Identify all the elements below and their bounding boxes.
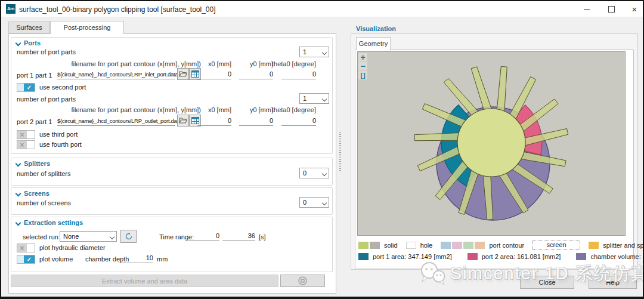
legend-label: port 1 area: 347.149 [mm2] [373, 253, 452, 260]
time-to-input[interactable]: 36 [222, 232, 255, 241]
legend-color-swatch [452, 242, 462, 249]
splitters-count-select[interactable]: 0 [299, 168, 329, 178]
x-icon [17, 131, 27, 138]
x-icon [17, 141, 27, 149]
port1-theta0-input[interactable]: 0 [281, 70, 316, 79]
open-folder-icon [179, 70, 187, 78]
legend-label: port contour [489, 242, 524, 249]
check-icon [24, 84, 35, 91]
maximize-button[interactable] [602, 4, 620, 15]
legend-item: hole [406, 242, 433, 249]
port2-theta0-input[interactable]: 0 [281, 116, 316, 126]
legend-color-swatch [358, 242, 369, 249]
number-of-screens-label: number of screens [17, 199, 71, 206]
plot-volume-label: plot volume [39, 255, 73, 263]
port2-browse-file-button[interactable] [177, 115, 189, 127]
use-third-port-checkbox[interactable] [17, 130, 35, 139]
legend-item: chamber volume: 27285.560 [mm3] [576, 253, 644, 260]
legend-color-swatch [589, 242, 599, 249]
minimize-button[interactable] [578, 4, 596, 15]
port1-parts-count-select[interactable]: 1 [299, 47, 329, 57]
selected-run-label: selected run [23, 233, 58, 241]
chevron-down-icon [322, 171, 327, 176]
plot-hydraulic-diameter-checkbox[interactable] [17, 243, 35, 252]
legend-label: solid [384, 242, 398, 249]
port1-filename-input[interactable]: ${circuit_name}_.hcd_contours/LRP_inlet_… [57, 70, 175, 79]
toggle-track [17, 84, 24, 91]
port2-parts-count-select[interactable]: 1 [299, 93, 329, 104]
number-of-port-parts-label: number of port parts [17, 48, 76, 56]
x0-column-header-2: x0 [mm] [197, 106, 231, 113]
tab-surfaces[interactable]: Surfaces [8, 21, 50, 33]
port1-y0-input[interactable]: 0 [239, 70, 273, 79]
legend-color-swatch [441, 242, 451, 249]
selected-run-select[interactable]: None [60, 231, 117, 242]
stop-button[interactable] [280, 275, 325, 287]
refresh-icon [125, 232, 133, 241]
close-window-button[interactable]: × [626, 4, 643, 15]
legend-item: solid [358, 242, 398, 249]
port1-browse-file-button[interactable] [177, 68, 189, 80]
zoom-fit-button[interactable]: [ ] [358, 71, 367, 79]
visualization-title: Visualization [356, 25, 396, 32]
legend-label: hole [420, 242, 433, 249]
toggle-track [27, 244, 35, 252]
legend-item: screen [532, 240, 580, 250]
legend-label: splitter and splitter bound [603, 242, 644, 249]
theta0-column-header: theta0 [degree] [258, 60, 316, 67]
plot-volume-checkbox[interactable] [17, 255, 35, 264]
legend-screen-box: screen [532, 240, 580, 250]
use-fourth-port-label: use fourth port [39, 141, 82, 148]
tab-post-processing[interactable]: Post-processing [50, 21, 124, 34]
window-title: surface_tool_00-binary polygon clipping … [19, 5, 216, 14]
splitters-title: Splitters [24, 160, 50, 167]
filename-column-header-2: filename for port part contour (x[mm], y… [60, 106, 201, 113]
number-of-port-parts-label-2: number of port parts [17, 95, 76, 103]
title-bar: Am surface_tool_00-binary polygon clippi… [1, 1, 643, 17]
use-second-port-checkbox[interactable] [17, 83, 35, 92]
fit-brackets-icon: [ ] [360, 72, 365, 79]
legend-item: port contour [441, 242, 524, 249]
screens-count-select[interactable]: 0 [299, 197, 329, 208]
help-button[interactable]: Help [589, 276, 637, 289]
time-unit-label: [s] [259, 233, 266, 241]
port1-x0-input[interactable]: 0 [197, 70, 231, 79]
legend-color-swatch [467, 253, 478, 260]
legend-color-swatch [358, 253, 369, 260]
close-button[interactable]: Close [520, 276, 574, 289]
legend-color-swatch [463, 242, 473, 249]
panel-splitter-handle[interactable] [339, 132, 341, 172]
port2-filename-input[interactable]: ${circuit_name}_.hcd_contours/LRP_outlet… [57, 116, 175, 126]
toggle-track [27, 141, 35, 149]
refresh-runs-button[interactable] [120, 230, 137, 243]
chamber-depth-input[interactable]: 10 [119, 254, 153, 263]
port2-y0-input[interactable]: 0 [239, 116, 273, 126]
filename-column-header: filename for port part contour (x[mm], y… [60, 60, 201, 67]
stop-icon [298, 276, 307, 285]
legend-color-swatch [576, 253, 586, 260]
zoom-out-button[interactable]: − [358, 62, 367, 70]
zoom-in-button[interactable]: + [358, 53, 367, 61]
time-from-input[interactable]: 0 [188, 232, 219, 241]
legend-label: chamber volume: 27285.560 [mm3] [590, 253, 644, 260]
close-icon: × [632, 5, 637, 14]
x-icon [17, 244, 27, 252]
use-third-port-label: use third port [39, 131, 78, 138]
screens-title: Screens [24, 190, 49, 197]
app-icon: Am [6, 4, 16, 14]
tab-geometry[interactable]: Geometry [356, 37, 391, 50]
legend-label: port 2 area: 161.081 [mm2] [482, 253, 561, 260]
port2-x0-input[interactable]: 0 [197, 116, 231, 126]
use-second-port-label: use second port [39, 84, 86, 91]
legend-color-swatch [406, 242, 416, 249]
maximize-icon [608, 6, 615, 13]
open-folder-icon [179, 117, 187, 124]
extract-volume-area-button[interactable]: Extract volume and area data [11, 275, 278, 287]
legend-item: port 2 area: 161.081 [mm2] [467, 253, 561, 260]
legend-item: port 1 area: 347.149 [mm2] [358, 253, 452, 260]
geometry-canvas[interactable] [357, 51, 626, 236]
use-fourth-port-checkbox[interactable] [17, 140, 35, 149]
check-icon [24, 255, 35, 263]
legend-color-swatch [370, 242, 380, 249]
toggle-track [27, 131, 35, 138]
